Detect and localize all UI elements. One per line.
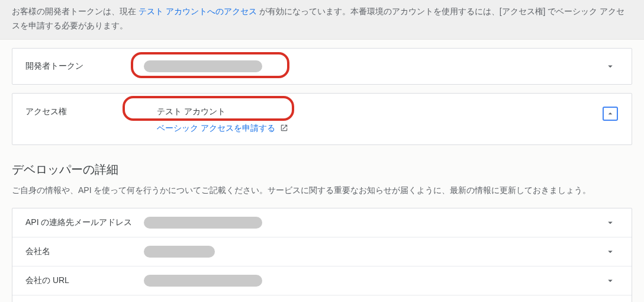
developer-details-panel: API の連絡先メールアドレス 会社名 会社の URL 会社タイプ: [12, 208, 632, 302]
access-label: アクセス権: [25, 107, 144, 117]
dev-token-panel: 開発者トークン: [12, 48, 632, 85]
api-email-row[interactable]: API の連絡先メールアドレス: [12, 208, 632, 237]
chevron-down-icon[interactable]: [602, 217, 619, 228]
dev-token-row[interactable]: 開発者トークン: [12, 49, 632, 84]
redacted-value: [144, 60, 262, 72]
access-row[interactable]: アクセス権 テスト アカウント ベーシック アクセスを申請する: [12, 94, 632, 144]
chevron-down-icon[interactable]: [602, 275, 619, 286]
company-url-row[interactable]: 会社の URL: [12, 266, 632, 295]
developer-details-title: デベロッパーの詳細: [12, 162, 632, 178]
notice-prefix: お客様の開発者トークンは、現在: [12, 7, 136, 16]
company-type-row[interactable]: 会社タイプ: [12, 295, 632, 302]
redacted-value: [144, 275, 262, 287]
redacted-value: [144, 217, 262, 229]
company-name-value: [144, 246, 602, 258]
company-url-label: 会社の URL: [25, 275, 144, 286]
apply-basic-access-link[interactable]: ベーシック アクセスを申請する: [144, 123, 275, 133]
external-link-icon: [280, 124, 288, 132]
company-name-label: 会社名: [25, 246, 144, 257]
chevron-down-icon[interactable]: [602, 246, 619, 257]
api-email-value: [144, 217, 602, 229]
access-panel: アクセス権 テスト アカウント ベーシック アクセスを申請する: [12, 93, 632, 145]
developer-details-description: ご自身の情報や、API を使って何を行うかについてご記載ください。サービスに関す…: [12, 184, 632, 198]
company-url-value: [144, 275, 602, 287]
company-name-row[interactable]: 会社名: [12, 237, 632, 266]
dev-token-value: [144, 60, 602, 72]
chevron-down-icon[interactable]: [602, 61, 619, 72]
notice-link[interactable]: テスト アカウントへのアクセス: [139, 7, 257, 16]
redacted-value: [144, 246, 215, 258]
chevron-up-icon[interactable]: [602, 107, 619, 121]
access-value: テスト アカウント: [144, 107, 602, 117]
dev-token-label: 開発者トークン: [25, 61, 144, 72]
notice-bar: お客様の開発者トークンは、現在 テスト アカウントへのアクセス が有効になってい…: [0, 0, 644, 40]
api-email-label: API の連絡先メールアドレス: [25, 217, 144, 228]
